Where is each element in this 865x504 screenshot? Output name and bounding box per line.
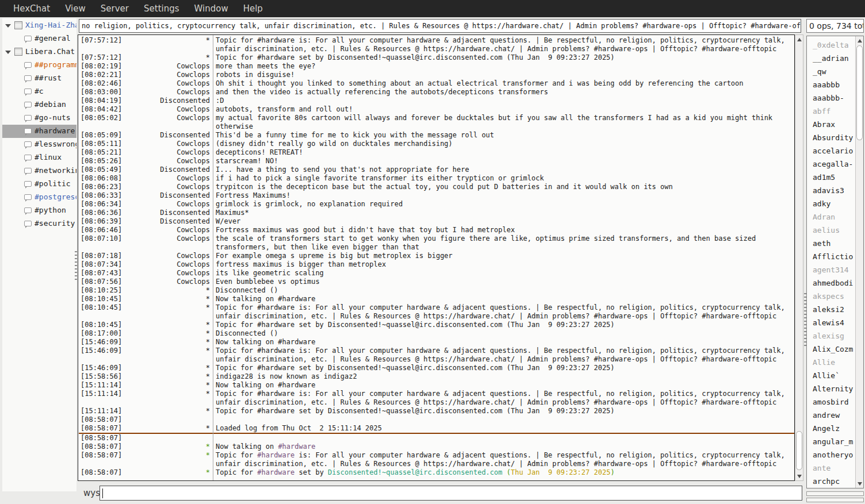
scroll-down-icon[interactable] xyxy=(856,480,863,487)
chat-row: [08:10:25] * Disconnected () xyxy=(78,286,794,295)
userlist-item[interactable]: Alternity xyxy=(807,382,855,395)
userlist-item[interactable]: angular_m xyxy=(807,435,855,448)
chat-row: [08:06:34] Cowclops grimlock is grimlock… xyxy=(78,200,794,209)
userlist-item[interactable]: _qw xyxy=(807,65,855,78)
message: its like geometric scaling xyxy=(216,269,324,278)
chat-row: [08:06:23] Cowclops trypitcon is the dec… xyxy=(78,183,794,191)
chat-scrollbar[interactable] xyxy=(795,34,803,481)
tree-item[interactable]: #c xyxy=(2,85,76,98)
tree-item[interactable]: #linux xyxy=(2,151,76,164)
userlist-item[interactable]: ad1m5 xyxy=(807,171,855,184)
chat-row: [08:03:00] Cowclops and then the video i… xyxy=(78,88,794,97)
tree-item[interactable]: #hardware xyxy=(2,125,76,138)
userlist-item[interactable]: aeth xyxy=(807,237,855,250)
message-segment: Now talking on #hardware xyxy=(216,295,315,303)
menu-item[interactable]: Window xyxy=(187,0,236,17)
timestamp: [15:46:09] xyxy=(81,338,122,347)
userlist-item[interactable]: abff xyxy=(807,105,855,118)
menu-item[interactable]: Settings xyxy=(136,0,187,17)
pane-grip-left[interactable] xyxy=(75,251,77,281)
pane-grip-right[interactable] xyxy=(804,293,806,346)
userlist-item[interactable]: aelius xyxy=(807,224,855,237)
userlist-item[interactable]: Angelz xyxy=(807,422,855,435)
userlist-item[interactable]: aaabbb xyxy=(807,78,855,91)
tree-item[interactable]: #security xyxy=(2,217,76,230)
scrollbar-thumb[interactable] xyxy=(856,45,863,140)
userlist-item[interactable]: Abrax xyxy=(807,118,855,131)
userlist-item[interactable]: __adrian xyxy=(807,52,855,65)
tree-item[interactable]: #python xyxy=(2,204,76,217)
topic-input[interactable]: no religion, politics, cryptocurrency ta… xyxy=(79,19,801,33)
scroll-up-icon[interactable] xyxy=(856,37,863,44)
userlist-item[interactable]: agent314 xyxy=(807,263,855,276)
nick: Cowclops xyxy=(124,157,210,166)
tree-item[interactable]: ##programming xyxy=(2,59,76,72)
userlist-item[interactable]: aaabbb- xyxy=(807,91,855,105)
message-input[interactable] xyxy=(99,486,802,501)
tree-item[interactable]: #debian xyxy=(2,98,76,111)
userlist-item[interactable]: andrew xyxy=(807,409,855,422)
nick: Cowclops xyxy=(124,114,210,122)
userlist-item[interactable]: ahmedbodi xyxy=(807,276,855,290)
timestamp: [08:06:08] xyxy=(81,174,122,183)
userlist-item[interactable]: Adran xyxy=(807,210,855,224)
userlist-item[interactable]: adavis3 xyxy=(807,184,855,197)
nick: Cowclops xyxy=(124,79,210,88)
userlist-item[interactable]: ante xyxy=(807,461,855,475)
chat-row: unfair discrimination, etc. | Rules & Re… xyxy=(78,355,794,364)
userlist-item[interactable]: Afflictio xyxy=(807,250,855,263)
message-segment: unfair discrimination, etc. | Rules & Re… xyxy=(216,45,776,53)
userlist-item[interactable]: Allie` xyxy=(807,369,855,382)
message-segment: Topic for #hardware set by Disconsented!… xyxy=(216,407,615,415)
tree-item[interactable]: Libera.Chat xyxy=(2,45,76,59)
timestamp: [07:57:12] xyxy=(81,53,122,62)
chat-row: [08:07:34] Cowclops fortress maximus is … xyxy=(78,260,794,269)
menu-item[interactable]: Help xyxy=(236,0,270,17)
userlist-scrollbar[interactable] xyxy=(855,36,863,488)
chat-row: [08:05:09] Disconsented This'd be a funn… xyxy=(78,131,794,140)
scrollbar-thumb[interactable] xyxy=(796,431,802,470)
userlist-item[interactable]: amosbird xyxy=(807,395,855,409)
userlist-item[interactable]: anotheryo xyxy=(807,448,855,461)
timestamp: [08:05:21] xyxy=(81,148,122,157)
timestamp: [15:46:09] xyxy=(81,364,122,372)
timestamp: [08:58:07] xyxy=(81,415,122,424)
tree-item[interactable]: #go-nuts xyxy=(2,111,76,125)
userlist-item[interactable]: alexisg xyxy=(807,329,855,343)
userlist-item[interactable]: archpc xyxy=(807,475,855,488)
userlist-item[interactable]: _0xdelta xyxy=(807,39,855,52)
userlist-item[interactable]: alewis4 xyxy=(807,316,855,329)
tree-item[interactable]: #lesswrong xyxy=(2,138,76,151)
chat-row: [08:05:49] Disconsented I... have a thin… xyxy=(78,166,794,174)
expander-icon[interactable] xyxy=(5,24,11,28)
userlist-item[interactable]: Allie xyxy=(807,356,855,369)
expander-icon[interactable] xyxy=(5,51,11,54)
nick: Cowclops xyxy=(124,174,210,183)
tree-item[interactable]: #politic xyxy=(2,178,76,191)
menu-item[interactable]: Server xyxy=(93,0,136,17)
message-segment: Oh shit i thought you linked to somethin… xyxy=(216,79,744,87)
menu-item[interactable]: View xyxy=(58,0,93,17)
userlist-item[interactable]: akspecs xyxy=(807,290,855,303)
userlist-item[interactable]: Alix_Cozm xyxy=(807,343,855,356)
tree-item[interactable]: Xing-Hai-Zhar xyxy=(2,19,76,32)
nick: Cowclops xyxy=(124,278,210,286)
tree-item[interactable]: #postgresql xyxy=(2,191,76,204)
server-tree: Xing-Hai-Zhar #general Libera.Chat ##pro… xyxy=(2,18,76,491)
tree-item[interactable]: #networking xyxy=(2,164,76,178)
tree-item[interactable]: ##rust xyxy=(2,72,76,85)
timestamp: [08:02:46] xyxy=(81,79,122,88)
tree-item[interactable]: #general xyxy=(2,32,76,45)
channel-icon xyxy=(24,221,32,226)
userlist-item[interactable]: adky xyxy=(807,197,855,210)
message-segment: Topic for #hardware is: For all your com… xyxy=(216,347,785,355)
userlist-item[interactable]: Absurdity xyxy=(807,131,855,144)
userlist-item[interactable]: accelario xyxy=(807,144,855,157)
userlist-item[interactable]: aleksi2 xyxy=(807,303,855,316)
message: my actual favorite 80s cartoon will alwa… xyxy=(216,114,772,122)
chat-row: [08:07:56] Cowclops Even bumblebee vs op… xyxy=(78,278,794,286)
userlist-item[interactable]: acegalla- xyxy=(807,157,855,171)
scroll-down-icon[interactable] xyxy=(796,472,802,480)
menu-item[interactable]: HexChat xyxy=(6,0,58,17)
scroll-up-icon[interactable] xyxy=(796,36,802,43)
